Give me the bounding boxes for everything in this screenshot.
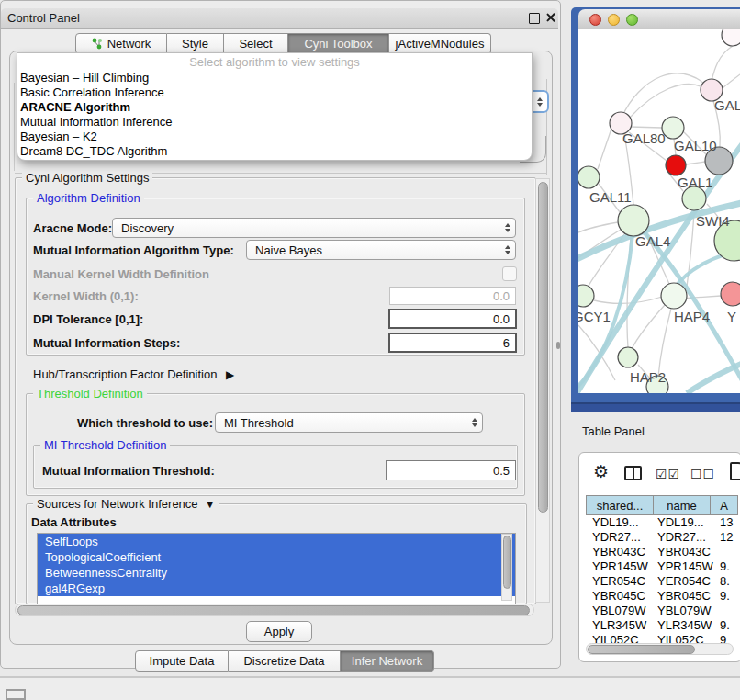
- collapsed-panel-icon[interactable]: [6, 689, 26, 700]
- settings-horizontal-scrollbar[interactable]: [15, 604, 534, 616]
- column-header-name[interactable]: name: [653, 495, 711, 515]
- network-node[interactable]: [666, 155, 686, 175]
- network-edge: [594, 297, 662, 303]
- table-row[interactable]: YER054CYER054C8.: [586, 574, 740, 589]
- gear-icon[interactable]: ⚙: [593, 461, 609, 482]
- which-threshold-combobox[interactable]: MI Threshold: [215, 412, 483, 433]
- algorithm-definition-title: Algorithm Definition: [33, 191, 144, 205]
- network-node[interactable]: [661, 283, 687, 309]
- network-view-canvas[interactable]: GALGAL80GAL10GAL1GAL11SWI4GAL4GCY1HAP4YH…: [578, 29, 740, 393]
- cyni-bottom-tab-bar: Impute DataDiscretize DataInfer Network: [135, 650, 434, 672]
- hidden-combo-stepper-fragment[interactable]: [530, 90, 549, 113]
- select-all-icon[interactable]: ☑☑: [656, 467, 680, 481]
- table-row[interactable]: YDL19...YDL19...13: [586, 515, 740, 530]
- network-edge: [658, 309, 671, 377]
- network-node[interactable]: [721, 282, 740, 306]
- network-node[interactable]: [618, 205, 649, 236]
- dpi-tolerance-label: DPI Tolerance [0,1]:: [33, 312, 143, 326]
- table-cell: YBR045C: [592, 589, 655, 604]
- network-node[interactable]: [578, 166, 600, 188]
- table-cell: YDL19...: [592, 515, 655, 530]
- split-columns-icon[interactable]: [624, 466, 642, 480]
- dpi-tolerance-field[interactable]: 0.0: [388, 309, 517, 329]
- control-panel-titlebar[interactable]: [1, 8, 558, 29]
- algorithm-option-basic-correlation-inference[interactable]: Basic Correlation Inference: [17, 85, 532, 100]
- table-cell: YDR27...: [592, 530, 655, 545]
- hub-definition-toggle[interactable]: Hub/Transcription Factor Definition ▶: [33, 367, 234, 381]
- bottom-panel-area: [0, 678, 740, 700]
- table-cell: YBR045C: [657, 589, 718, 604]
- hidden-groupbox-edge-left: [14, 83, 15, 171]
- network-edge: [723, 72, 740, 88]
- apply-button[interactable]: Apply: [246, 621, 312, 642]
- network-node[interactable]: [578, 285, 594, 307]
- kernel-width-field: 0.0: [389, 287, 516, 305]
- attributes-scrollbar[interactable]: [501, 534, 512, 601]
- table-cell: 9.: [720, 589, 740, 604]
- table-row[interactable]: YBL079WYBL079W: [586, 604, 740, 618]
- algorithm-option-bayesian-hill-climbing[interactable]: Bayesian – Hill Climbing: [17, 71, 532, 85]
- combo-stepper-icon: [505, 223, 510, 232]
- table-cell: YBL079W: [657, 604, 718, 618]
- algorithm-option-dream8-dc-tdc-algorithm[interactable]: Dream8 DC_TDC Algorithm: [17, 144, 532, 159]
- table-row[interactable]: YPR145WYPR145W9.: [586, 559, 740, 574]
- tab-label: Style: [182, 37, 208, 51]
- sources-toggle[interactable]: Sources for Network Inference ▼: [33, 497, 219, 511]
- table-row[interactable]: YIL052CYIL052C9: [586, 633, 740, 643]
- network-node[interactable]: [618, 347, 638, 367]
- attribute-item-gal4rgexp[interactable]: gal4RGexp: [38, 581, 515, 596]
- combo-stepper-icon: [505, 245, 510, 254]
- algorithm-option-mutual-information-inference[interactable]: Mutual Information Inference: [17, 115, 532, 130]
- aracne-mode-combobox[interactable]: Discovery: [112, 218, 516, 238]
- column-header-shared[interactable]: shared...: [586, 495, 654, 515]
- network-node[interactable]: [722, 29, 740, 46]
- mac-close-icon[interactable]: [589, 14, 601, 26]
- attribute-item-selfloops[interactable]: SelfLoops: [38, 534, 515, 549]
- tab-infer-network[interactable]: Infer Network: [341, 650, 434, 672]
- table-horizontal-scrollbar[interactable]: [586, 643, 734, 655]
- settings-vertical-scrollbar[interactable]: [535, 178, 550, 603]
- tab-select[interactable]: Select: [224, 33, 288, 54]
- tab-jactivemnodules[interactable]: jActiveMNodules: [389, 33, 491, 54]
- algorithm-option-aracne-algorithm[interactable]: ARACNE Algorithm: [17, 100, 532, 115]
- attribute-item-topologicalcoefficient[interactable]: TopologicalCoefficient: [38, 549, 515, 565]
- tab-cyni-toolbox[interactable]: Cyni Toolbox: [288, 33, 389, 54]
- table-row[interactable]: YBR043CYBR043C: [586, 545, 740, 559]
- table-cell: 8.: [720, 574, 740, 589]
- mi-threshold-field[interactable]: 0.5: [386, 460, 516, 480]
- close-icon[interactable]: [545, 12, 556, 23]
- deselect-all-icon[interactable]: ☐☐: [690, 467, 715, 481]
- float-window-icon[interactable]: [529, 13, 540, 24]
- network-window-titlebar[interactable]: [578, 9, 740, 30]
- table-row[interactable]: YDR27...YDR27...12: [586, 530, 740, 545]
- algorithm-option-bayesian-k2[interactable]: Bayesian – K2: [17, 130, 532, 144]
- attribute-item-betweennesscentrality[interactable]: BetweennessCentrality: [38, 565, 515, 581]
- tab-label: Select: [239, 37, 272, 51]
- new-column-icon[interactable]: [730, 462, 740, 480]
- table-cell: YBL079W: [592, 604, 655, 618]
- table-cell: YDR27...: [657, 530, 718, 545]
- table-cell: YIL052C: [592, 633, 655, 643]
- aracne-mode-value: Discovery: [121, 221, 174, 235]
- column-header-a[interactable]: A: [710, 495, 738, 515]
- tab-label: jActiveMNodules: [396, 37, 485, 51]
- tab-style[interactable]: Style: [167, 33, 224, 54]
- table-row[interactable]: YLR345WYLR345W9.: [586, 618, 740, 633]
- threshold-definition-title: Threshold Definition: [33, 387, 147, 401]
- table-cell: YPR145W: [657, 559, 718, 574]
- algorithm-dropdown-popup: Select algorithm to view settings Bayesi…: [17, 52, 533, 161]
- data-attributes-list[interactable]: SelfLoopsTopologicalCoefficientBetweenne…: [37, 533, 516, 604]
- tab-network[interactable]: Network: [75, 33, 167, 54]
- table-cell: 9: [720, 633, 740, 643]
- tab-impute-data[interactable]: Impute Data: [135, 650, 229, 672]
- algorithm-dropdown-placeholder: Select algorithm to view settings: [17, 53, 532, 71]
- mi-steps-field[interactable]: 6: [388, 333, 517, 353]
- mi-threshold-label: Mutual Information Threshold:: [42, 464, 215, 478]
- table-row[interactable]: YBR045CYBR045C9.: [586, 589, 740, 604]
- mac-minimize-icon[interactable]: [608, 14, 620, 26]
- panel-resize-handle[interactable]: [556, 342, 560, 349]
- mi-algorithm-type-combobox[interactable]: Naive Bayes: [246, 240, 516, 260]
- data-attributes-label: Data Attributes: [31, 515, 117, 529]
- mac-zoom-icon[interactable]: [626, 14, 638, 26]
- tab-discretize-data[interactable]: Discretize Data: [229, 650, 341, 672]
